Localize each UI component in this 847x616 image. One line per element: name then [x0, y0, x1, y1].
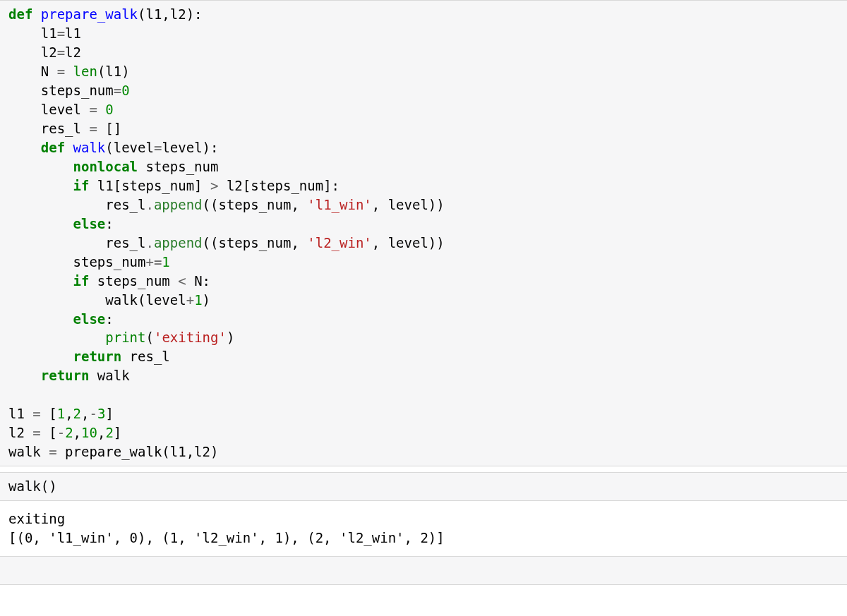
- code-token: else: [73, 311, 106, 327]
- code-token: <: [178, 273, 186, 289]
- code-token: append: [154, 197, 203, 212]
- code-token: 'l1_win': [307, 197, 372, 212]
- code-token: return: [73, 349, 122, 364]
- code-token: level: [8, 102, 89, 117]
- code-token: ((steps_num,: [203, 197, 308, 212]
- code-token: [: [41, 406, 57, 421]
- code-token: 0: [105, 102, 113, 117]
- code-token: :: [105, 216, 113, 231]
- code-token: [8, 273, 73, 289]
- code-token: [8, 140, 41, 155]
- code-token: 3: [97, 406, 105, 421]
- code-token: l2: [8, 44, 57, 60]
- code-token: prepare_walk: [41, 6, 138, 22]
- code-token: l2: [8, 425, 32, 440]
- code-token: prepare_walk(l1,l2): [57, 444, 219, 459]
- code-input[interactable]: def prepare_walk(l1,l2): l1=l1 l2=l2 N =…: [0, 0, 847, 466]
- code-token: append: [154, 235, 203, 250]
- code-token: =: [57, 25, 65, 41]
- code-token: 2: [105, 425, 113, 440]
- code-token: res_l: [8, 121, 89, 136]
- code-token: 1: [194, 292, 202, 308]
- code-token: N: [8, 64, 57, 79]
- code-token: ): [203, 292, 210, 308]
- code-input[interactable]: [0, 556, 847, 585]
- code-token: .: [145, 197, 153, 212]
- output-cell: exiting [(0, 'l1_win', 0), (1, 'l2_win',…: [0, 507, 847, 550]
- code-token: =: [89, 102, 97, 117]
- code-token: steps_num: [138, 159, 218, 174]
- code-token: [8, 178, 73, 193]
- code-token: ,: [65, 406, 73, 421]
- code-token: ,: [81, 406, 89, 421]
- code-token: -: [57, 425, 65, 440]
- code-token: l1: [8, 406, 32, 421]
- code-token: ]: [114, 425, 121, 440]
- code-token: >: [210, 178, 218, 193]
- code-token: +=: [145, 254, 162, 270]
- code-token: [8, 159, 73, 174]
- code-token: walk: [89, 368, 129, 383]
- code-token: ]: [105, 406, 113, 421]
- code-token: l1[steps_num]: [89, 178, 210, 193]
- code-token: 0: [121, 83, 129, 98]
- code-token: if: [73, 178, 90, 193]
- code-token: (: [145, 330, 153, 345]
- code-token: =: [57, 64, 65, 79]
- code-token: print: [105, 330, 145, 345]
- code-token: 10: [81, 425, 97, 440]
- code-token: (l1): [97, 64, 130, 79]
- code-token: steps_num: [8, 254, 145, 270]
- code-token: l2: [65, 44, 81, 60]
- code-token: +: [186, 292, 194, 308]
- code-token: walk: [8, 444, 49, 459]
- code-token: , level)): [372, 197, 445, 212]
- code-token: ,: [73, 425, 81, 440]
- code-token: level):: [162, 140, 218, 155]
- code-token: =: [57, 44, 65, 60]
- code-token: else: [73, 216, 106, 231]
- code-token: =: [49, 444, 56, 459]
- code-input[interactable]: walk(): [0, 472, 847, 501]
- code-token: l2[steps_num]:: [218, 178, 340, 193]
- code-token: [97, 102, 105, 117]
- code-token: l1: [65, 25, 81, 41]
- code-cell: def prepare_walk(l1,l2): l1=l1 l2=l2 N =…: [0, 0, 847, 466]
- code-token: 1: [57, 406, 65, 421]
- code-token: (level: [105, 140, 154, 155]
- code-token: .: [145, 235, 153, 250]
- code-token: =: [154, 140, 162, 155]
- code-token: len: [73, 64, 97, 79]
- code-token: steps_num: [89, 273, 178, 289]
- code-token: l1: [8, 25, 57, 41]
- code-token: 2: [65, 425, 73, 440]
- code-token: walk(): [8, 478, 57, 494]
- code-token: , level)): [372, 235, 445, 250]
- code-token: def: [41, 140, 73, 155]
- code-token: 'l2_win': [307, 235, 372, 250]
- code-token: (l1,l2):: [138, 6, 203, 22]
- code-token: =: [114, 83, 121, 98]
- code-token: def: [8, 6, 41, 22]
- code-token: 'exiting': [154, 330, 227, 345]
- code-token: [8, 368, 41, 383]
- code-token: =: [32, 425, 40, 440]
- code-token: -: [89, 406, 97, 421]
- code-token: [8, 330, 105, 345]
- code-token: [8, 311, 73, 327]
- code-token: 2: [73, 406, 81, 421]
- code-cell: walk(): [0, 472, 847, 501]
- code-token: walk(level: [8, 292, 186, 308]
- code-token: N:: [186, 273, 210, 289]
- code-token: walk: [73, 140, 106, 155]
- code-token: =: [89, 121, 97, 136]
- code-token: nonlocal: [73, 159, 138, 174]
- code-token: :: [105, 311, 113, 327]
- code-token: ,: [97, 425, 105, 440]
- code-token: [: [41, 425, 57, 440]
- code-token: [8, 562, 16, 578]
- code-token: []: [97, 121, 121, 136]
- code-token: [8, 349, 73, 364]
- code-token: res_l: [121, 349, 170, 364]
- code-cell: [0, 556, 847, 585]
